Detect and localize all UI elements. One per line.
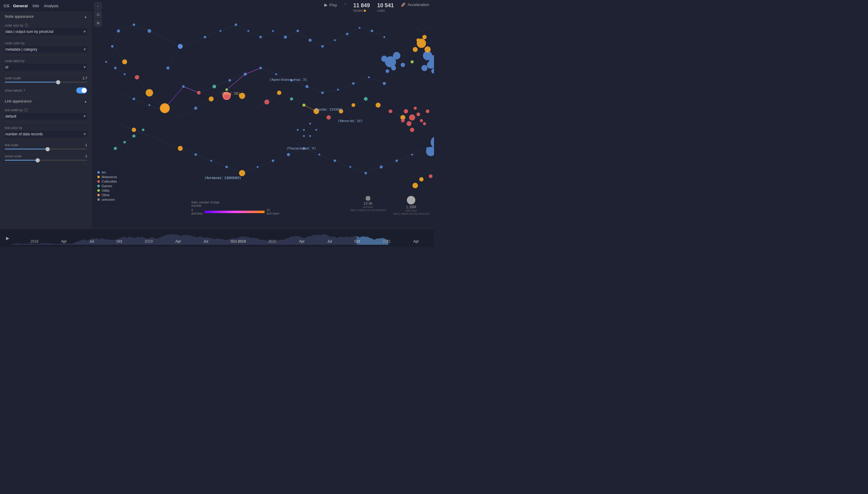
timeline-bar[interactable]: [249, 238, 250, 245]
timeline-bar[interactable]: [339, 237, 339, 244]
timeline-bar[interactable]: [126, 238, 126, 245]
timeline-bar[interactable]: [83, 239, 83, 245]
timeline-bar[interactable]: [114, 240, 114, 245]
timeline-bar[interactable]: [254, 238, 254, 245]
timeline-bar[interactable]: [218, 239, 218, 244]
timeline-bar[interactable]: [107, 239, 108, 244]
timeline-bar[interactable]: [172, 234, 173, 245]
timeline-bar[interactable]: [374, 240, 374, 245]
timeline-bar[interactable]: [50, 243, 51, 245]
timeline-bar[interactable]: [163, 236, 164, 245]
timeline-bar[interactable]: [366, 237, 366, 244]
timeline-bar[interactable]: [384, 239, 385, 244]
timeline-bar[interactable]: [134, 238, 135, 245]
timeline-bar[interactable]: [130, 237, 131, 244]
timeline-bar[interactable]: [69, 244, 69, 244]
timeline-bar[interactable]: [157, 239, 158, 244]
timeline-bar[interactable]: [88, 240, 89, 245]
timeline-bar[interactable]: [348, 237, 348, 244]
timeline-bar[interactable]: [41, 243, 42, 245]
timeline-bar[interactable]: [79, 241, 80, 244]
timeline-bar[interactable]: [241, 236, 242, 245]
timeline-bar[interactable]: [297, 236, 298, 245]
timeline-bar[interactable]: [45, 243, 45, 245]
timeline-bar[interactable]: [128, 237, 129, 244]
timeline-bar[interactable]: [183, 235, 184, 244]
timeline-bar[interactable]: [239, 237, 240, 244]
timeline-bar[interactable]: [189, 236, 189, 245]
timeline-bar[interactable]: [109, 240, 110, 245]
timeline-bar[interactable]: [361, 236, 362, 244]
timeline-bar[interactable]: [81, 240, 82, 245]
timeline-bar[interactable]: [28, 243, 28, 245]
timeline-bar[interactable]: [100, 239, 101, 244]
timeline-bar[interactable]: [359, 237, 359, 244]
timeline-bar[interactable]: [199, 236, 199, 244]
timeline-bar[interactable]: [161, 236, 162, 244]
timeline-bar[interactable]: [30, 244, 30, 245]
timeline-bar[interactable]: [283, 240, 283, 245]
timeline-bar[interactable]: [156, 239, 157, 244]
timeline-bar[interactable]: [260, 240, 261, 245]
timeline-bar[interactable]: [338, 238, 339, 245]
node-size-select[interactable]: data | output sum by priceUsd ▼: [5, 28, 87, 35]
timeline-bar[interactable]: [197, 238, 197, 245]
timeline-bar[interactable]: [370, 238, 371, 245]
timeline-bar[interactable]: [229, 239, 229, 245]
timeline-bar[interactable]: [180, 236, 180, 245]
timeline-bar[interactable]: [12, 244, 13, 244]
timeline-bar[interactable]: [115, 240, 115, 245]
nav-general[interactable]: General: [13, 4, 28, 8]
timeline-bar[interactable]: [65, 244, 65, 245]
timeline-bar[interactable]: [289, 238, 290, 245]
timeline-bar[interactable]: [275, 242, 276, 245]
timeline-bar[interactable]: [217, 238, 217, 245]
timeline-bar[interactable]: [185, 235, 186, 244]
node-appearance-collapse-icon[interactable]: ▲: [84, 15, 87, 18]
timeline-bar[interactable]: [102, 238, 102, 245]
timeline-bar[interactable]: [350, 237, 350, 244]
timeline-bar[interactable]: [14, 244, 15, 245]
timeline-bar[interactable]: [293, 236, 294, 245]
timeline-bar[interactable]: [89, 240, 90, 245]
timeline-bar[interactable]: [266, 241, 267, 244]
link-scale-thumb[interactable]: [45, 147, 50, 151]
timeline-bar[interactable]: [72, 244, 73, 245]
back-button[interactable]: ‹: [94, 2, 101, 10]
timeline-bar[interactable]: [228, 240, 228, 245]
timeline-bar[interactable]: [291, 236, 291, 244]
timeline-bar[interactable]: [20, 244, 20, 245]
timeline-bar[interactable]: [99, 239, 100, 245]
timeline-bar[interactable]: [219, 239, 220, 244]
timeline-bar[interactable]: [388, 240, 388, 245]
timeline-bar[interactable]: [52, 244, 53, 244]
timeline-bar[interactable]: [234, 239, 234, 244]
timeline-bar[interactable]: [266, 240, 266, 244]
timeline-bar[interactable]: [331, 237, 332, 244]
timeline-bar[interactable]: [278, 240, 279, 244]
timeline-bar[interactable]: [252, 238, 253, 245]
timeline-bar[interactable]: [288, 238, 289, 245]
timeline-bar[interactable]: [340, 236, 340, 244]
timeline-bar[interactable]: [309, 236, 310, 245]
timeline-bar[interactable]: [153, 238, 154, 245]
nav-info[interactable]: Info: [33, 4, 39, 8]
timeline-bar[interactable]: [160, 238, 160, 245]
timeline-bar[interactable]: [119, 239, 120, 244]
timeline-bar[interactable]: [39, 244, 40, 245]
timeline-bar[interactable]: [131, 238, 131, 245]
timeline-bar[interactable]: [145, 238, 146, 245]
timeline-bar[interactable]: [78, 241, 79, 245]
timeline-bar[interactable]: [311, 236, 311, 245]
arrow-scale-thumb[interactable]: [36, 158, 40, 163]
timeline-bar[interactable]: [251, 238, 252, 245]
timeline-bar[interactable]: [37, 244, 37, 245]
timeline-bar[interactable]: [60, 244, 61, 245]
timeline-bar[interactable]: [323, 234, 324, 245]
timeline-play-button[interactable]: ▶: [6, 236, 9, 241]
timeline-bar[interactable]: [247, 237, 247, 244]
timeline-bar[interactable]: [264, 240, 264, 245]
timeline-bar[interactable]: [196, 237, 196, 244]
timeline-bar[interactable]: [53, 244, 54, 244]
timeline-bar[interactable]: [312, 236, 312, 245]
